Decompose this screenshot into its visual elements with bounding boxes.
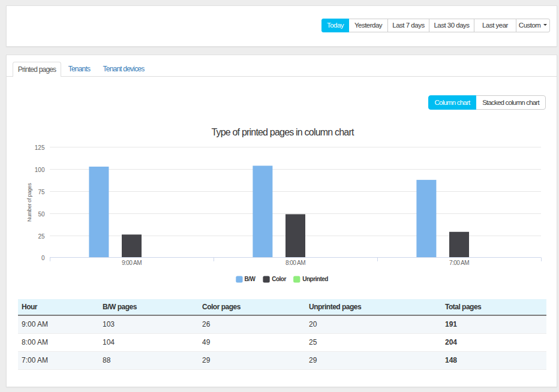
- svg-text:Color: Color: [272, 276, 286, 282]
- svg-text:50: 50: [38, 211, 45, 218]
- svg-text:100: 100: [35, 167, 45, 173]
- svg-text:125: 125: [35, 144, 45, 151]
- svg-text:Unprinted: Unprinted: [302, 276, 328, 282]
- svg-text:8:00 AM: 8:00 AM: [285, 260, 305, 266]
- svg-text:25: 25: [38, 233, 45, 240]
- svg-text:9:00 AM: 9:00 AM: [122, 260, 142, 266]
- svg-text:B/W: B/W: [245, 276, 256, 282]
- svg-text:Number of pages: Number of pages: [26, 183, 32, 222]
- svg-text:75: 75: [38, 189, 45, 195]
- svg-text:Type of printed pages in colum: Type of printed pages in column chart: [211, 127, 354, 137]
- svg-text:0: 0: [41, 255, 45, 261]
- svg-text:7:00 AM: 7:00 AM: [449, 260, 469, 266]
